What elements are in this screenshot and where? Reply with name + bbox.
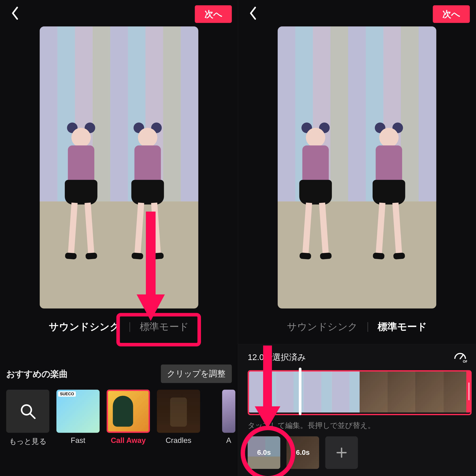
mode-divider — [368, 322, 368, 332]
plus-icon — [336, 446, 348, 459]
clip-item[interactable]: 6.0s — [287, 436, 319, 469]
selection-length-label: 12.0秒選択済み — [248, 352, 306, 363]
speed-off-icon[interactable]: OFF — [453, 349, 467, 363]
next-button[interactable]: 次へ — [433, 5, 470, 23]
svg-text:OFF: OFF — [463, 359, 467, 363]
music-tile-label: Call Away — [111, 436, 146, 445]
music-tile-call-away[interactable]: Call Away — [107, 390, 150, 465]
chevron-left-icon — [11, 7, 19, 20]
music-tile-label: もっと見る — [9, 436, 46, 446]
recommend-title: おすすめの楽曲 — [6, 368, 68, 380]
svg-line-4 — [460, 355, 463, 359]
search-icon — [19, 402, 37, 420]
tab-sound-sync[interactable]: サウンドシンク — [49, 321, 120, 334]
mode-divider — [130, 322, 130, 332]
clip-list: 6.0s 6.0s — [248, 436, 358, 472]
tab-sound-sync[interactable]: サウンドシンク — [287, 321, 358, 334]
screen-sound-sync: 次へ サウンドシンク 標準モード おすすめの楽 — [0, 0, 238, 476]
next-label: 次へ — [442, 8, 460, 20]
timeline-panel: 12.0秒選択済み OFF タップして編集。長押しで並び替え。 — [238, 344, 476, 476]
tab-standard[interactable]: 標準モード — [378, 321, 427, 334]
adjust-clip-button[interactable]: クリップを調整 — [161, 365, 232, 383]
music-tile-label: A — [226, 436, 231, 445]
clip-item[interactable]: 6.0s — [248, 436, 280, 469]
music-row[interactable]: もっと見る SUECO Fast Call Away Cradles A — [6, 390, 238, 465]
mode-tabs: サウンドシンク 標準モード — [0, 317, 238, 337]
svg-point-0 — [22, 405, 32, 415]
clip-duration: 6.0s — [296, 449, 310, 457]
add-clip-button[interactable] — [325, 436, 358, 469]
music-tile-cradles[interactable]: Cradles — [157, 390, 200, 465]
music-tile-fast[interactable]: SUECO Fast — [56, 390, 100, 465]
next-label: 次へ — [204, 8, 222, 20]
svg-line-1 — [31, 414, 35, 418]
timeline[interactable] — [248, 370, 472, 413]
screen-standard-mode: 次へ サウンドシンク 標準モード 12.0秒選 — [238, 0, 476, 476]
top-bar: 次へ — [0, 0, 238, 25]
edit-hint: タップして編集。長押しで並び替え。 — [248, 421, 375, 431]
back-button[interactable] — [244, 4, 262, 22]
next-button[interactable]: 次へ — [195, 5, 232, 23]
chevron-left-icon — [249, 7, 257, 20]
video-preview[interactable] — [40, 26, 198, 309]
music-tile-search[interactable]: もっと見る — [6, 390, 49, 465]
album-tag: SUECO — [58, 391, 76, 397]
timeline-playhead[interactable] — [299, 368, 302, 415]
clip-duration: 6.0s — [257, 449, 271, 457]
top-bar: 次へ — [238, 0, 476, 25]
back-button[interactable] — [6, 4, 24, 22]
video-preview[interactable] — [278, 26, 436, 309]
music-tile-label: Fast — [71, 436, 85, 445]
music-tile-partial[interactable]: A — [207, 390, 238, 465]
timeline-trim-handle[interactable] — [466, 370, 472, 413]
recommend-header: おすすめの楽曲 クリップを調整 — [6, 365, 232, 383]
tab-standard[interactable]: 標準モード — [140, 321, 189, 334]
music-tile-label: Cradles — [166, 436, 191, 445]
mode-tabs: サウンドシンク 標準モード — [238, 317, 476, 337]
